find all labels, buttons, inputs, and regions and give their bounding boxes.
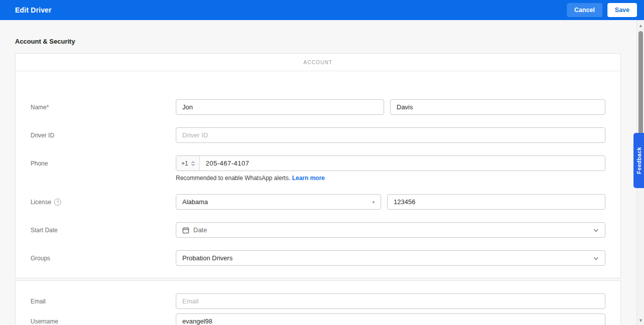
chevron-down-icon bbox=[593, 227, 599, 233]
phone-label: Phone bbox=[31, 155, 176, 167]
groups-select[interactable]: Probation Drivers bbox=[176, 250, 605, 266]
driver-id-row: Driver ID bbox=[31, 127, 605, 143]
username-label: Username bbox=[31, 313, 176, 325]
driver-id-input[interactable] bbox=[176, 127, 605, 143]
topbar: Edit Driver Cancel Save bbox=[0, 0, 644, 20]
email-row: Email bbox=[31, 293, 605, 309]
last-name-input[interactable] bbox=[390, 99, 605, 115]
country-code-value: +1 bbox=[181, 160, 188, 167]
feedback-tab-label: Feedback bbox=[636, 147, 642, 174]
credentials-card: Email Username bbox=[15, 280, 621, 325]
main-content: Account & Security ACCOUNT Name* Driver … bbox=[0, 20, 637, 325]
learn-more-link[interactable]: Learn more bbox=[292, 175, 325, 182]
license-number-input[interactable] bbox=[387, 194, 605, 210]
phone-row: Phone +1 205-467-4107 Recommended to ena… bbox=[31, 155, 605, 182]
feedback-tab[interactable]: Feedback bbox=[633, 133, 644, 188]
section-title: Account & Security bbox=[15, 38, 637, 45]
chevron-down-icon bbox=[593, 255, 599, 261]
calendar-icon bbox=[182, 227, 189, 234]
scrollbar-up-arrow-icon[interactable]: ▲ bbox=[637, 22, 644, 29]
license-state-select[interactable]: Alabama ▾ bbox=[176, 194, 381, 210]
account-card-header: ACCOUNT bbox=[16, 54, 620, 71]
spinner-updown-icon bbox=[191, 160, 195, 167]
groups-value: Probation Drivers bbox=[182, 254, 593, 262]
license-row: License ? Alabama ▾ bbox=[31, 194, 605, 210]
license-label: License bbox=[31, 199, 51, 206]
page-title: Edit Driver bbox=[15, 6, 52, 14]
start-date-picker[interactable]: Date bbox=[176, 222, 605, 238]
phone-input-group: +1 205-467-4107 bbox=[176, 155, 605, 171]
license-state-value: Alabama bbox=[182, 198, 372, 206]
save-button[interactable]: Save bbox=[607, 3, 637, 17]
cancel-button[interactable]: Cancel bbox=[567, 3, 602, 17]
phone-helper-text: Recommended to enable WhatsApp alerts. L… bbox=[176, 175, 605, 182]
driver-id-label: Driver ID bbox=[31, 127, 176, 139]
start-date-placeholder: Date bbox=[193, 226, 593, 234]
topbar-actions: Cancel Save bbox=[567, 3, 637, 17]
account-card: ACCOUNT Name* Driver ID Phone bbox=[15, 53, 621, 278]
username-row: Username bbox=[31, 313, 605, 325]
scrollbar-down-arrow-icon[interactable]: ▼ bbox=[637, 317, 644, 324]
phone-helper-message: Recommended to enable WhatsApp alerts. bbox=[176, 175, 290, 182]
phone-number-input[interactable]: 205-467-4107 bbox=[200, 156, 605, 171]
email-label: Email bbox=[31, 293, 176, 305]
start-date-label: Start Date bbox=[31, 222, 176, 234]
groups-row: Groups Probation Drivers bbox=[31, 250, 605, 266]
name-label: Name* bbox=[31, 99, 176, 111]
name-row: Name* bbox=[31, 99, 605, 115]
start-date-row: Start Date Date bbox=[31, 222, 605, 238]
username-input[interactable] bbox=[176, 313, 605, 325]
email-input[interactable] bbox=[176, 293, 605, 309]
groups-label: Groups bbox=[31, 250, 176, 262]
dropdown-caret-icon: ▾ bbox=[372, 200, 375, 205]
first-name-input[interactable] bbox=[176, 99, 384, 115]
license-help-icon[interactable]: ? bbox=[54, 199, 61, 206]
country-code-select[interactable]: +1 bbox=[176, 156, 200, 171]
account-card-body: Name* Driver ID Phone bbox=[16, 71, 620, 278]
